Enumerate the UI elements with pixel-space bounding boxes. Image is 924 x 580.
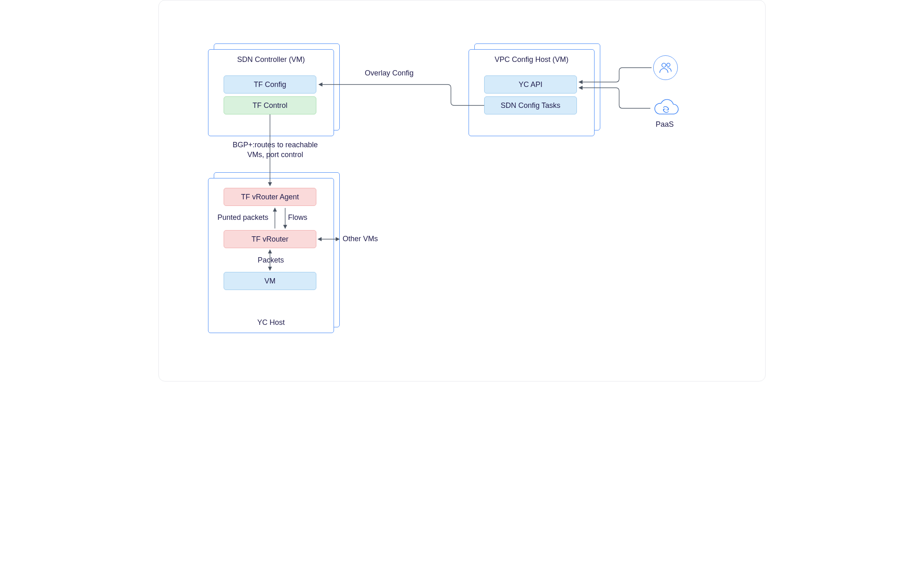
- svg-point-0: [662, 63, 666, 67]
- sdn-config-tasks-label: SDN Config Tasks: [501, 101, 560, 110]
- vm-label: VM: [265, 277, 276, 285]
- other-vms-label: Other VMs: [343, 235, 378, 243]
- overlay-config-label: Overlay Config: [365, 69, 414, 78]
- tf-config-label: TF Config: [254, 80, 286, 89]
- cloud-sync-icon: [651, 98, 680, 118]
- sdn-config-tasks-chip: SDN Config Tasks: [484, 96, 577, 114]
- tf-vrouter-chip: TF vRouter: [224, 230, 316, 248]
- tf-control-chip: TF Control: [224, 96, 316, 114]
- packets-label: Packets: [258, 256, 284, 265]
- yc-api-chip: YC API: [484, 75, 577, 94]
- tf-control-label: TF Control: [252, 101, 287, 110]
- tf-vrouter-agent-label: TF vRouter Agent: [241, 193, 299, 201]
- tf-vrouter-label: TF vRouter: [252, 235, 288, 244]
- yc-api-label: YC API: [519, 80, 542, 89]
- tf-config-chip: TF Config: [224, 75, 316, 94]
- yc-host-title: YC Host: [208, 318, 334, 327]
- vpc-config-host-title: VPC Config Host (VM): [469, 55, 594, 64]
- vm-chip: VM: [224, 272, 316, 290]
- users-icon: [653, 55, 678, 80]
- tf-vrouter-agent-chip: TF vRouter Agent: [224, 188, 316, 206]
- sdn-controller-title: SDN Controller (VM): [208, 55, 334, 64]
- diagram-canvas: SDN Controller (VM) TF Config TF Control…: [158, 0, 766, 381]
- punted-packets-label: Punted packets: [217, 213, 268, 222]
- paas-label: PaaS: [656, 120, 674, 129]
- svg-point-1: [667, 63, 670, 66]
- flows-label: Flows: [288, 213, 307, 222]
- bgp-routes-label: BGP+:routes to reachable VMs, port contr…: [233, 140, 318, 160]
